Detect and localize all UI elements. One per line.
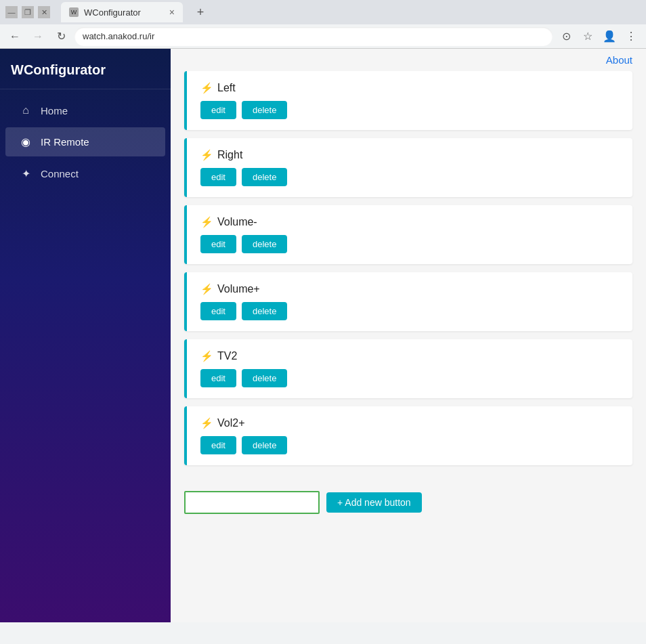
tab-favicon: W (69, 7, 79, 17)
item-card-vol2plus: ⚡Vol2+editdelete (184, 406, 632, 465)
add-bar: + Add new button (171, 484, 646, 525)
profile-button[interactable]: 👤 (600, 27, 619, 46)
sidebar-item-ir-remote-label: IR Remote (41, 136, 89, 148)
edit-button-left[interactable]: edit (200, 101, 236, 119)
item-actions-vol2plus: editdelete (200, 436, 619, 454)
edit-button-tv2[interactable]: edit (200, 369, 236, 387)
bookmark-button[interactable]: ☆ (578, 27, 597, 46)
url-input[interactable] (74, 27, 553, 46)
sidebar: WConfigurator ⌂ Home ◉ IR Remote ✦ Conne… (0, 49, 171, 622)
item-actions-volume-minus: editdelete (200, 235, 619, 253)
delete-button-volume-minus[interactable]: delete (242, 235, 287, 253)
delete-button-vol2plus[interactable]: delete (242, 436, 287, 454)
lightning-icon: ⚡ (200, 350, 213, 362)
edit-button-right[interactable]: edit (200, 168, 236, 186)
sidebar-nav: ⌂ Home ◉ IR Remote ✦ Connect (0, 89, 171, 190)
close-button[interactable]: ✕ (38, 6, 50, 18)
minimize-button[interactable]: — (5, 6, 18, 18)
lens-button[interactable]: ⊙ (557, 27, 576, 46)
back-button[interactable]: ← (5, 27, 24, 46)
item-name-right: ⚡Right (200, 149, 619, 161)
delete-button-volume-plus[interactable]: delete (242, 302, 287, 320)
sidebar-item-ir-remote[interactable]: ◉ IR Remote (5, 127, 165, 156)
item-actions-right: editdelete (200, 168, 619, 186)
tab-close-button[interactable]: × (169, 7, 175, 18)
browser-actions: ⊙ ☆ 👤 ⋮ (557, 27, 641, 46)
lightning-icon: ⚡ (200, 417, 213, 429)
lightning-icon: ⚡ (200, 149, 213, 161)
sidebar-item-connect[interactable]: ✦ Connect (5, 159, 165, 188)
add-new-label: + Add new button (337, 497, 411, 508)
item-actions-tv2: editdelete (200, 369, 619, 387)
title-bar: — ❐ ✕ W WConfigurator × + (0, 0, 646, 24)
tab-title: WConfigurator (84, 7, 141, 18)
forward-button[interactable]: → (28, 27, 47, 46)
top-bar: About (171, 49, 646, 71)
item-name-tv2: ⚡TV2 (200, 350, 619, 362)
edit-button-volume-minus[interactable]: edit (200, 235, 236, 253)
main-content: About ⚡Lefteditdelete⚡Righteditdelete⚡Vo… (171, 49, 646, 622)
item-card-right: ⚡Righteditdelete (184, 138, 632, 197)
item-card-tv2: ⚡TV2editdelete (184, 339, 632, 398)
item-name-vol2plus: ⚡Vol2+ (200, 417, 619, 429)
bluetooth-icon: ✦ (19, 167, 33, 180)
lightning-icon: ⚡ (200, 216, 213, 228)
lightning-icon: ⚡ (200, 82, 213, 94)
ir-remote-icon: ◉ (19, 135, 33, 148)
item-name-left: ⚡Left (200, 82, 619, 94)
new-button-input[interactable] (184, 491, 320, 514)
maximize-button[interactable]: ❐ (22, 6, 34, 18)
items-list: ⚡Lefteditdelete⚡Righteditdelete⚡Volume-e… (171, 71, 646, 484)
sidebar-item-connect-label: Connect (41, 168, 79, 179)
about-link[interactable]: About (606, 54, 632, 66)
item-actions-volume-plus: editdelete (200, 302, 619, 320)
delete-button-right[interactable]: delete (242, 168, 287, 186)
home-icon: ⌂ (19, 104, 33, 116)
item-card-left: ⚡Lefteditdelete (184, 71, 632, 130)
sidebar-title: WConfigurator (0, 49, 171, 89)
active-tab[interactable]: W WConfigurator × (61, 2, 183, 22)
sidebar-item-home-label: Home (41, 105, 68, 116)
item-card-volume-minus: ⚡Volume-editdelete (184, 205, 632, 264)
item-name-volume-minus: ⚡Volume- (200, 216, 619, 228)
app-container: WConfigurator ⌂ Home ◉ IR Remote ✦ Conne… (0, 49, 646, 622)
window-controls: — ❐ ✕ (5, 6, 50, 18)
delete-button-tv2[interactable]: delete (242, 369, 287, 387)
new-tab-button[interactable]: + (191, 3, 210, 22)
menu-button[interactable]: ⋮ (622, 27, 641, 46)
lightning-icon: ⚡ (200, 283, 213, 295)
item-name-volume-plus: ⚡Volume+ (200, 283, 619, 295)
edit-button-volume-plus[interactable]: edit (200, 302, 236, 320)
browser-chrome: — ❐ ✕ W WConfigurator × + ← → ↻ ⊙ ☆ 👤 ⋮ (0, 0, 646, 49)
edit-button-vol2plus[interactable]: edit (200, 436, 236, 454)
delete-button-left[interactable]: delete (242, 101, 287, 119)
add-new-button[interactable]: + Add new button (326, 492, 422, 513)
item-actions-left: editdelete (200, 101, 619, 119)
reload-button[interactable]: ↻ (51, 27, 70, 46)
item-card-volume-plus: ⚡Volume+editdelete (184, 272, 632, 331)
sidebar-item-home[interactable]: ⌂ Home (5, 96, 165, 125)
address-bar: ← → ↻ ⊙ ☆ 👤 ⋮ (0, 24, 646, 49)
